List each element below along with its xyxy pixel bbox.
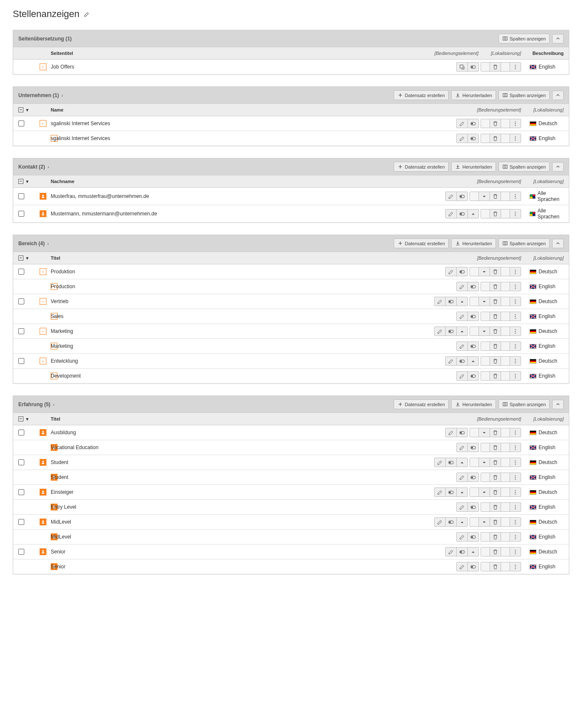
toggle-button[interactable]: [467, 134, 479, 143]
up-button[interactable]: [467, 209, 479, 218]
create-record-button[interactable]: Datensatz erstellen: [394, 399, 449, 409]
more-button[interactable]: [510, 532, 521, 542]
toggle-button[interactable]: [445, 517, 457, 527]
download-button[interactable]: Herunterladen: [451, 162, 496, 172]
toggle-button[interactable]: [467, 282, 479, 291]
trash-button[interactable]: [490, 267, 501, 276]
edit-button[interactable]: [445, 267, 457, 276]
edit-button[interactable]: [456, 532, 468, 542]
toggle-button[interactable]: [467, 341, 479, 351]
toggle-button[interactable]: [467, 562, 479, 571]
col-header-name[interactable]: Seitentitel: [51, 51, 423, 56]
toggle-button[interactable]: [467, 502, 479, 512]
create-record-button[interactable]: Datensatz erstellen: [394, 238, 449, 248]
edit-button[interactable]: [456, 341, 468, 351]
row-title[interactable]: sgalinski Internet Services: [51, 135, 456, 141]
collapse-button[interactable]: [552, 239, 564, 248]
expand-all-toggle[interactable]: −: [18, 255, 23, 261]
chevron-right-icon[interactable]: ›: [61, 93, 63, 98]
more-button[interactable]: [510, 341, 521, 351]
edit-button[interactable]: [456, 312, 468, 321]
up-button[interactable]: [467, 356, 479, 366]
newwin-button[interactable]: [456, 62, 468, 72]
up-button[interactable]: [456, 327, 468, 336]
more-button[interactable]: [510, 356, 521, 366]
more-button[interactable]: [510, 267, 521, 276]
up-button[interactable]: [456, 297, 468, 306]
trash-button[interactable]: [490, 327, 501, 336]
trash-button[interactable]: [490, 532, 501, 542]
show-columns-button[interactable]: Spalten anzeigen: [498, 399, 550, 409]
more-button[interactable]: [510, 119, 521, 128]
down-button[interactable]: [478, 192, 490, 201]
toggle-button[interactable]: [445, 327, 457, 336]
chevron-right-icon[interactable]: ›: [47, 241, 49, 246]
row-checkbox[interactable]: [18, 328, 24, 334]
show-columns-button[interactable]: Spalten anzeigen: [498, 162, 550, 172]
edit-button[interactable]: [456, 562, 468, 571]
col-header-name[interactable]: Name: [51, 107, 466, 112]
trash-button[interactable]: [490, 371, 501, 381]
toggle-button[interactable]: [467, 62, 479, 72]
trash-button[interactable]: [490, 517, 501, 527]
toggle-button[interactable]: [467, 473, 479, 482]
create-record-button[interactable]: Datensatz erstellen: [394, 162, 449, 172]
edit-button[interactable]: [434, 458, 446, 467]
dropdown-caret-icon[interactable]: ▼: [25, 417, 29, 421]
up-button[interactable]: [456, 487, 468, 497]
edit-button[interactable]: [434, 517, 446, 527]
more-button[interactable]: [510, 312, 521, 321]
trash-button[interactable]: [490, 282, 501, 291]
row-title[interactable]: Development: [51, 373, 456, 379]
row-title[interactable]: Student: [51, 474, 456, 480]
toggle-button[interactable]: [467, 532, 479, 542]
toggle-button[interactable]: [456, 547, 468, 556]
trash-button[interactable]: [490, 443, 501, 452]
down-button[interactable]: [478, 517, 490, 527]
trash-button[interactable]: [490, 562, 501, 571]
more-button[interactable]: [510, 428, 521, 437]
trash-button[interactable]: [490, 341, 501, 351]
chevron-right-icon[interactable]: ›: [48, 164, 49, 169]
more-button[interactable]: [510, 547, 521, 556]
col-header-name[interactable]: Nachname: [51, 179, 466, 184]
edit-button[interactable]: [434, 327, 446, 336]
trash-button[interactable]: [490, 547, 501, 556]
edit-button[interactable]: [456, 119, 468, 128]
expand-all-toggle[interactable]: −: [18, 179, 23, 184]
more-button[interactable]: [510, 443, 521, 452]
download-button[interactable]: Herunterladen: [451, 238, 496, 248]
row-title[interactable]: Marketing: [51, 328, 434, 334]
row-title[interactable]: Vocational Education: [51, 444, 456, 450]
edit-button[interactable]: [434, 487, 446, 497]
download-button[interactable]: Herunterladen: [451, 399, 496, 409]
more-button[interactable]: [510, 327, 521, 336]
more-button[interactable]: [510, 502, 521, 512]
more-button[interactable]: [510, 192, 521, 201]
toggle-button[interactable]: [467, 443, 479, 452]
trash-button[interactable]: [490, 473, 501, 482]
collapse-button[interactable]: [552, 91, 564, 100]
row-checkbox[interactable]: [18, 430, 24, 436]
collapse-button[interactable]: [552, 34, 564, 43]
edit-page-title-icon[interactable]: [84, 9, 89, 20]
col-header-name[interactable]: Titel: [51, 416, 466, 421]
trash-button[interactable]: [490, 502, 501, 512]
more-button[interactable]: [510, 371, 521, 381]
row-title[interactable]: Vertrieb: [51, 298, 434, 304]
dropdown-caret-icon[interactable]: ▼: [25, 108, 29, 112]
trash-button[interactable]: [490, 458, 501, 467]
row-title[interactable]: Musterfrau, mmusterfrau@unternehmen.de: [51, 193, 445, 199]
edit-button[interactable]: [445, 356, 457, 366]
up-button[interactable]: [456, 517, 468, 527]
down-button[interactable]: [478, 458, 490, 467]
row-checkbox[interactable]: [18, 549, 24, 555]
more-button[interactable]: [510, 517, 521, 527]
toggle-button[interactable]: [456, 428, 468, 437]
toggle-button[interactable]: [467, 312, 479, 321]
toggle-button[interactable]: [467, 371, 479, 381]
more-button[interactable]: [510, 487, 521, 497]
down-button[interactable]: [478, 487, 490, 497]
col-header-name[interactable]: Titel: [51, 255, 466, 261]
row-title[interactable]: Senior: [51, 549, 445, 555]
